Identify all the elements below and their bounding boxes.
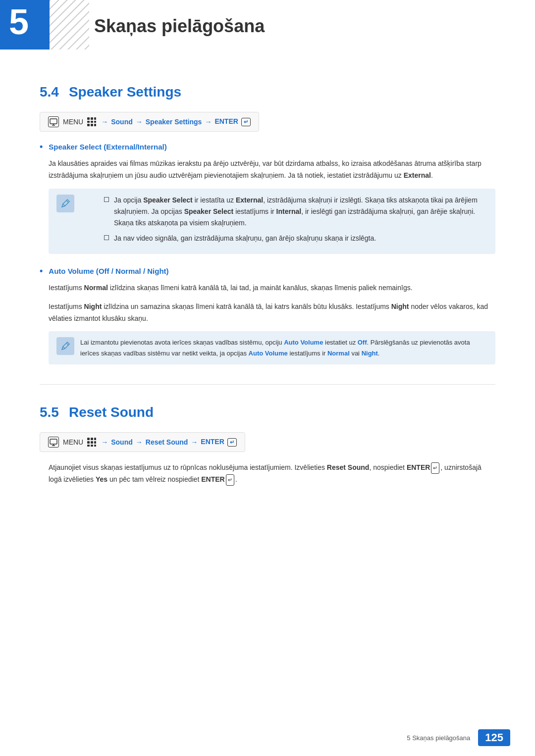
sub-bullet-marker-2 — [104, 235, 109, 240]
menu-label-5-5: MENU — [63, 438, 83, 446]
arrow-3-5-4: → — [205, 118, 212, 126]
bullet-1-title-text: Speaker Select (External/Internal) — [49, 143, 166, 151]
page: 5 Skaņas pielāgošana 5.4Speaker Settings… — [0, 0, 535, 756]
sub-bullet-1: Ja opcija Speaker Select ir iestatīta uz… — [104, 195, 487, 229]
arrow-3-5-5: → — [191, 438, 198, 446]
sub-bullet-2-text: Ja nav video signāla, gan izstrādājuma s… — [114, 233, 376, 244]
item-label-5-5: Reset Sound — [146, 438, 188, 446]
svg-rect-9 — [50, 439, 57, 444]
svg-rect-1 — [50, 0, 89, 50]
enter-icon-5-5: ↵ — [227, 438, 237, 447]
arrow-1-5-5: → — [101, 438, 108, 446]
sub-bullet-marker-1 — [104, 197, 109, 202]
page-number-badge: 125 — [478, 729, 510, 746]
menu-tv-icon-2 — [48, 437, 59, 448]
menu-grid-icon — [87, 117, 96, 126]
note-pencil-icon — [56, 195, 74, 212]
bullet-1-title: • Speaker Select (External/Internal) — [40, 142, 495, 152]
enter-label-5-5: ENTER ↵ — [201, 438, 236, 447]
enter-icon-5-4: ↵ — [241, 118, 251, 126]
note-content-2: Lai izmantotu pievienotas avota ierīces … — [80, 337, 487, 358]
note-content-1: Ja opcija Speaker Select ir iestatīta uz… — [80, 195, 487, 248]
section-4-number: 5.4 — [40, 84, 59, 100]
menu-path-5-5: MENU → Sound → Reset Sound → ENTER ↵ — [40, 432, 245, 452]
bullet-auto-volume: • Auto Volume (Off / Normal / Night) Ies… — [40, 266, 495, 364]
arrow-1-5-4: → — [101, 118, 108, 126]
sub-bullet-list-1: Ja opcija Speaker Select ir iestatīta uz… — [104, 195, 487, 244]
sub-bullet-1-text: Ja opcija Speaker Select ir iestatīta uz… — [114, 195, 487, 229]
sound-label-5-4: Sound — [111, 118, 133, 126]
note-pencil-icon-2 — [56, 337, 74, 355]
bullet-speaker-select: • Speaker Select (External/Internal) Ja … — [40, 142, 495, 254]
bullet-2-body-1: Iestatījums Normal izlīdzina skaņas līme… — [49, 282, 495, 294]
enter-label-5-4: ENTER ↵ — [214, 117, 250, 126]
svg-rect-2 — [50, 119, 57, 124]
chapter-header-block: 5 — [0, 0, 50, 50]
sound-label-5-5: Sound — [111, 438, 133, 446]
menu-grid-icon-2 — [87, 438, 96, 447]
arrow-2-5-5: → — [136, 438, 143, 446]
diagonal-decoration — [50, 0, 89, 50]
section-divider — [40, 384, 495, 385]
item-label-5-4: Speaker Settings — [146, 118, 202, 126]
main-content: 5.4Speaker Settings MENU → Sound → Speak… — [0, 0, 535, 532]
section-5-header: 5.5Reset Sound — [40, 404, 495, 420]
chapter-number: 5 — [9, 4, 29, 40]
page-footer: 5 Skaņas pielāgošana 125 — [407, 729, 510, 746]
note-box-2: Lai izmantotu pievienotas avota ierīces … — [49, 331, 495, 364]
section-4-title: Speaker Settings — [69, 84, 181, 100]
menu-path-5-4: MENU → Sound → Speaker Settings → ENTER … — [40, 112, 259, 132]
footer-chapter-ref: 5 Skaņas pielāgošana — [407, 734, 470, 742]
bullet-2-body-2: Iestatījums Night izlīdzina un samazina … — [49, 301, 495, 325]
arrow-2-5-4: → — [136, 118, 143, 126]
bullet-2-title-text: Auto Volume (Off / Normal / Night) — [49, 267, 168, 275]
bullet-1-body: Ja klausāties apraides vai filmas mūzika… — [49, 158, 495, 182]
section-5-title: Reset Sound — [69, 404, 154, 420]
section-5-body: Atjaunojiet visus skaņas iestatījumus uz… — [49, 462, 495, 486]
chapter-title: Skaņas pielāgošana — [94, 16, 265, 37]
sub-bullet-2: Ja nav video signāla, gan izstrādājuma s… — [104, 233, 487, 244]
section-4-header: 5.4Speaker Settings — [40, 84, 495, 100]
note-box-1: Ja opcija Speaker Select ir iestatīta uz… — [49, 189, 495, 254]
section-5-number: 5.5 — [40, 404, 59, 420]
menu-label-5-4: MENU — [63, 118, 83, 126]
menu-tv-icon — [48, 116, 59, 127]
bullet-2-title: • Auto Volume (Off / Normal / Night) — [40, 266, 495, 276]
